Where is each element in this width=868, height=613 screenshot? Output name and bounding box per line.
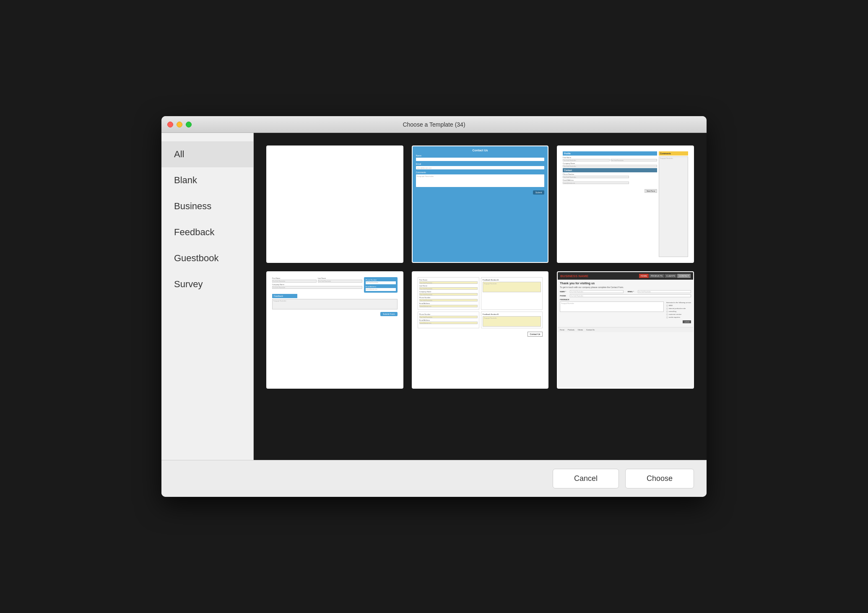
maximize-button[interactable]: [186, 122, 192, 127]
window-title: Choose a Template (34): [403, 121, 465, 128]
cancel-button[interactable]: Cancel: [553, 469, 619, 488]
title-bar: Choose a Template (34): [161, 116, 707, 133]
sidebar-item-business[interactable]: Business: [161, 193, 253, 219]
contact-header: Contact: [563, 168, 657, 172]
close-button[interactable]: [167, 122, 173, 127]
web-footer: Home Products Clients Contact Us: [558, 327, 693, 332]
template-card-contact-blue[interactable]: Contact Us Name Email name@domain.com Co…: [412, 145, 549, 263]
web-phone-row: PHONE Text Field Placeholder: [560, 294, 691, 297]
biz-right-blue: Phone Number Text Field Placeholder Emai…: [364, 277, 398, 293]
sidebar: All Blank Business Feedback Guestbook Su…: [161, 133, 254, 460]
web-name-field: Text Field Placeholder: [570, 290, 623, 293]
last-name-field: Text Field Placeholder: [611, 159, 657, 161]
traffic-lights: [167, 122, 192, 127]
send-form-btn: Send Form: [563, 186, 657, 193]
feedback-textarea: Paragraph Placeholder: [272, 299, 398, 309]
web-phone-field: Text Field Placeholder: [570, 294, 691, 297]
email-field: name@domain.com: [563, 182, 629, 184]
check-media: media inquiries: [666, 316, 691, 318]
web-logo: BUSINESS NAME: [560, 274, 588, 278]
comments-textarea: Paragraph Placeholder: [659, 156, 688, 257]
web-feedback-area: Paragraph Placeholder Interested in the …: [560, 301, 691, 323]
profile-left-section: Profile First Name Text Field Placeholde…: [563, 151, 657, 257]
templates-grid: Contact Us Name Email name@domain.com Co…: [266, 145, 694, 389]
template-card-business[interactable]: First Name Text Field Placeholder Last N…: [266, 271, 403, 389]
footer-products: Products: [568, 329, 574, 331]
sidebar-item-all[interactable]: All: [161, 141, 253, 167]
nav-clients: CLIENTS: [665, 274, 677, 278]
contact-email-field: name@domain.com: [416, 166, 545, 169]
sidebar-item-guestbook[interactable]: Guestbook: [161, 245, 253, 271]
template-preview-yellow: First Name Text Field Placeholder Last N…: [415, 275, 546, 385]
template-card-website[interactable]: BUSINESS NAME HOME PRODUCTS CLIENTS CONT…: [557, 271, 694, 389]
contact-us-btn: Contact Us: [528, 332, 543, 337]
submit-btn: Submit Form: [380, 312, 398, 316]
contact-comments-field: Paragraph Placeholder: [416, 174, 545, 187]
yellow-more-contact: Phone Number Text Field Placeholder Emai…: [418, 312, 479, 328]
footer-home: Home: [560, 329, 564, 331]
nav-home: HOME: [639, 274, 649, 278]
sidebar-item-survey[interactable]: Survey: [161, 271, 253, 297]
check-web: WEB: [666, 304, 691, 306]
comments-section: Comments Paragraph Placeholder: [659, 151, 688, 257]
contact-comments-label: Comments: [416, 171, 426, 174]
phone-label: Phone Number: [563, 173, 657, 175]
name-row: Text Field Placeholder Text Field Placeh…: [563, 159, 657, 161]
email-field-blue: name@domain.com: [366, 288, 396, 291]
web-feedback-label: FEEDBACK: [560, 299, 691, 301]
template-card-yellow[interactable]: First Name Text Field Placeholder Last N…: [412, 271, 549, 389]
footer-clients: Clients: [578, 329, 583, 331]
template-preview-blank: [267, 146, 403, 262]
biz-left: First Name Text Field Placeholder Last N…: [272, 277, 362, 293]
template-preview-business: First Name Text Field Placeholder Last N…: [270, 275, 400, 385]
minimize-button[interactable]: [177, 122, 182, 127]
web-nav: HOME PRODUCTS CLIENTS CONTACT: [639, 274, 691, 278]
yellow-feedback-b: Feedback Section B Paragraph Placeholder: [481, 312, 543, 328]
feedback-section: Feedback Paragraph Placeholder Submit Fo…: [272, 294, 398, 309]
yellow-feedback-a: Feedback Section A Paragraph Placeholder: [481, 277, 543, 310]
email-label: Email Address: [563, 179, 657, 181]
nav-contact: CONTACT: [677, 274, 691, 278]
web-tagline: Thank you for visiting us: [560, 282, 691, 285]
contact-name-field: [416, 158, 545, 161]
web-header: BUSINESS NAME HOME PRODUCTS CLIENTS CONT…: [558, 272, 693, 280]
web-subtitle: To get in touch with our company please …: [560, 286, 691, 288]
biz-lastname: Last Name Text Field Placeholder: [318, 277, 362, 283]
biz-company: Company Name Text Field Placeholder: [272, 283, 362, 289]
template-card-blank[interactable]: [266, 145, 403, 263]
yellow-grid: First Name Text Field Placeholder Last N…: [418, 277, 543, 328]
contact-submit-btn: Submit: [533, 190, 545, 195]
web-body: Thank you for visiting us To get in touc…: [558, 280, 693, 325]
biz-firstname: First Name Text Field Placeholder: [272, 277, 317, 283]
comments-header: Comments: [659, 151, 688, 156]
first-name-label: First Name: [563, 156, 657, 158]
web-feedback-textarea: Paragraph Placeholder: [560, 301, 664, 312]
phone-field-blue: Text Field Placeholder: [366, 281, 396, 284]
company-field: Text Field Placeholder: [563, 165, 657, 167]
first-name-field: Text Field Placeholder: [563, 159, 609, 161]
biz-top-section: First Name Text Field Placeholder Last N…: [272, 277, 398, 293]
footer-contact: Contact Us: [586, 329, 595, 331]
biz-name-row: First Name Text Field Placeholder Last N…: [272, 277, 362, 283]
feedback-label: Feedback: [272, 294, 297, 298]
check-customer: customer service: [666, 313, 691, 315]
web-checkboxes: WEB internet production site: [666, 304, 691, 318]
contact-email-label: Email: [416, 163, 421, 165]
template-preview-contact: Contact Us Name Email name@domain.com Co…: [413, 146, 548, 262]
phone-field: Text Field Placeholder: [563, 176, 629, 178]
contact-form-title: Contact Us: [473, 149, 488, 152]
bottom-bar: Cancel Choose: [161, 460, 707, 497]
choose-button[interactable]: Choose: [625, 469, 694, 488]
profile-header: Profile: [563, 151, 657, 156]
window-content: All Blank Business Feedback Guestbook Su…: [161, 133, 707, 460]
check-consulting: consulting: [666, 310, 691, 312]
sidebar-item-blank[interactable]: Blank: [161, 167, 253, 193]
sidebar-item-feedback[interactable]: Feedback: [161, 219, 253, 245]
web-interest-section: Interested in the following service WEB: [666, 301, 691, 323]
templates-area: Contact Us Name Email name@domain.com Co…: [254, 133, 707, 460]
company-label: Company Name: [563, 162, 657, 164]
app-window: Choose a Template (34) All Blank Busines…: [161, 116, 707, 497]
web-submit-btn: submit: [683, 320, 691, 323]
contact-name-label: Name: [416, 154, 421, 157]
template-card-profile[interactable]: Profile First Name Text Field Placeholde…: [557, 145, 694, 263]
